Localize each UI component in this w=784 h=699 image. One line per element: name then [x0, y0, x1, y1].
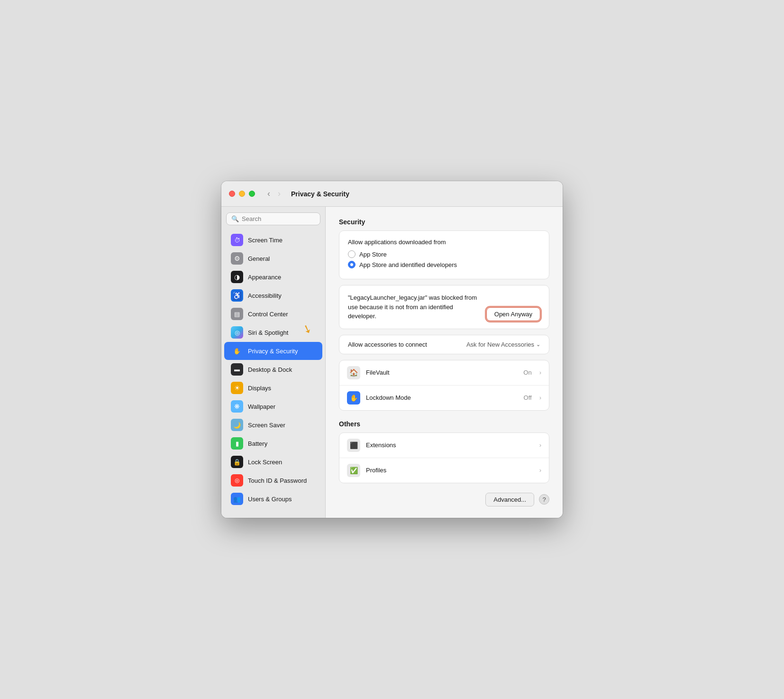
- back-button[interactable]: ‹: [264, 188, 273, 200]
- extensions-row[interactable]: ⬛ Extensions ›: [339, 433, 549, 458]
- titlebar: ‹ › Privacy & Security: [221, 181, 563, 207]
- accessories-row: Allow accessories to connect Ask for New…: [339, 335, 549, 354]
- traffic-lights: [229, 191, 255, 197]
- sidebar-item-users[interactable]: 👥 Users & Groups: [224, 490, 322, 508]
- sidebar-item-appearance[interactable]: ◑ Appearance: [224, 268, 322, 286]
- touch-id-icon: ◎: [231, 474, 243, 487]
- appearance-icon: ◑: [231, 271, 243, 283]
- filevault-icon: 🏠: [347, 366, 360, 379]
- lockdown-icon: ✋: [347, 391, 360, 405]
- sidebar-item-accessibility[interactable]: ♿ Accessibility: [224, 286, 322, 304]
- sidebar-item-wallpaper[interactable]: ❋ Wallpaper: [224, 397, 322, 415]
- profiles-row[interactable]: ✅ Profiles ›: [339, 458, 549, 483]
- sidebar-item-desktop[interactable]: ▬ Desktop & Dock: [224, 360, 322, 378]
- control-center-icon: ▤: [231, 308, 243, 320]
- sidebar-item-screen-saver[interactable]: 🌙 Screen Saver: [224, 416, 322, 434]
- sidebar-item-label: Screen Saver: [248, 422, 285, 429]
- filevault-label: FileVault: [366, 369, 518, 376]
- sidebar-item-label: Users & Groups: [248, 496, 292, 503]
- users-icon: 👥: [231, 493, 243, 505]
- desktop-icon: ▬: [231, 363, 243, 376]
- sidebar-item-label: Wallpaper: [248, 403, 275, 410]
- sidebar-item-lock-screen[interactable]: 🔒 Lock Screen: [224, 453, 322, 471]
- sidebar-item-displays[interactable]: ☀ Displays: [224, 379, 322, 397]
- general-icon: ⚙: [231, 252, 243, 265]
- sidebar-item-siri[interactable]: ◎ Siri & Spotlight ➘: [224, 323, 322, 341]
- privacy-icon: ✋: [231, 345, 243, 357]
- nav-buttons: ‹ ›: [264, 188, 283, 200]
- sidebar-item-label: Control Center: [248, 311, 288, 318]
- window-title: Privacy & Security: [291, 190, 349, 198]
- profiles-label: Profiles: [366, 467, 534, 474]
- security-list-card: 🏠 FileVault On › ✋ Lockdown Mode Off ›: [339, 360, 549, 411]
- forward-button[interactable]: ›: [275, 188, 283, 200]
- sidebar: 🔍 ⏱ Screen Time ⚙ General ◑ Appearance ♿…: [221, 207, 326, 518]
- open-anyway-button[interactable]: Open Anyway: [486, 307, 540, 321]
- security-section-title: Security: [339, 218, 549, 226]
- filevault-value: On: [523, 369, 531, 376]
- sidebar-item-label: Battery: [248, 440, 267, 447]
- extensions-label: Extensions: [366, 441, 534, 449]
- radio-app-store[interactable]: App Store: [348, 250, 540, 258]
- profiles-chevron-icon: ›: [539, 467, 541, 474]
- extensions-chevron-icon: ›: [539, 441, 541, 449]
- sidebar-item-battery[interactable]: ▮ Battery: [224, 434, 322, 452]
- lockdown-row[interactable]: ✋ Lockdown Mode Off ›: [339, 386, 549, 410]
- radio-developers-label: App Store and identified developers: [359, 261, 457, 268]
- help-button[interactable]: ?: [539, 494, 549, 505]
- sidebar-item-touch-id[interactable]: ◎ Touch ID & Password: [224, 471, 322, 489]
- radio-app-store-developers[interactable]: App Store and identified developers: [348, 261, 540, 268]
- allow-from-label: Allow applications downloaded from: [348, 239, 540, 246]
- displays-icon: ☀: [231, 382, 243, 394]
- accessibility-icon: ♿: [231, 289, 243, 302]
- sidebar-item-label: Appearance: [248, 274, 281, 281]
- close-button[interactable]: [229, 191, 235, 197]
- sidebar-item-general[interactable]: ⚙ General: [224, 249, 322, 267]
- others-section: Others ⬛ Extensions › ✅ Profiles ›: [339, 420, 549, 483]
- sidebar-item-label: Desktop & Dock: [248, 366, 292, 373]
- filevault-row[interactable]: 🏠 FileVault On ›: [339, 360, 549, 386]
- radio-developers-circle[interactable]: [348, 261, 356, 268]
- screen-saver-icon: 🌙: [231, 419, 243, 431]
- sidebar-item-privacy[interactable]: ✋ Privacy & Security: [224, 342, 322, 360]
- accessories-label: Allow accessories to connect: [348, 341, 427, 348]
- accessories-chevron-icon: ⌄: [536, 341, 540, 348]
- blocked-message: "LegacyLauncher_legacy.jar" was blocked …: [348, 293, 481, 321]
- search-bar[interactable]: 🔍: [226, 212, 320, 225]
- sidebar-item-label: Lock Screen: [248, 459, 282, 466]
- lockdown-chevron-icon: ›: [539, 394, 541, 401]
- others-list-card: ⬛ Extensions › ✅ Profiles ›: [339, 432, 549, 483]
- minimize-button[interactable]: [239, 191, 245, 197]
- sidebar-item-screen-time[interactable]: ⏱ Screen Time: [224, 231, 322, 249]
- search-input[interactable]: [242, 215, 315, 222]
- sidebar-item-label: Siri & Spotlight: [248, 329, 288, 336]
- siri-icon: ◎: [231, 326, 243, 339]
- lockdown-label: Lockdown Mode: [366, 394, 518, 401]
- battery-icon: ▮: [231, 437, 243, 450]
- advanced-button[interactable]: Advanced...: [485, 493, 534, 506]
- screen-time-icon: ⏱: [231, 234, 243, 246]
- blocked-app-card: "LegacyLauncher_legacy.jar" was blocked …: [339, 285, 549, 329]
- maximize-button[interactable]: [249, 191, 255, 197]
- search-icon: 🔍: [231, 215, 239, 222]
- sidebar-item-label: Accessibility: [248, 292, 282, 299]
- system-preferences-window: ‹ › Privacy & Security 🔍 ⏱ Screen Time ⚙…: [221, 181, 563, 518]
- sidebar-item-control-center[interactable]: ▤ Control Center: [224, 305, 322, 323]
- bottom-bar: Advanced... ?: [339, 489, 549, 506]
- wallpaper-icon: ❋: [231, 400, 243, 413]
- main-content: Security Allow applications downloaded f…: [326, 207, 563, 518]
- sidebar-item-label: Screen Time: [248, 237, 283, 244]
- accessories-value[interactable]: Ask for New Accessories ⌄: [466, 341, 540, 348]
- sidebar-item-label: Touch ID & Password: [248, 477, 307, 484]
- profiles-icon: ✅: [347, 464, 360, 477]
- sidebar-item-label: Displays: [248, 385, 271, 392]
- arrow-annotation: ➘: [301, 322, 314, 337]
- content-area: 🔍 ⏱ Screen Time ⚙ General ◑ Appearance ♿…: [221, 207, 563, 518]
- others-section-title: Others: [339, 420, 549, 428]
- radio-app-store-circle[interactable]: [348, 250, 356, 258]
- download-source-card: Allow applications downloaded from App S…: [339, 230, 549, 279]
- extensions-icon: ⬛: [347, 439, 360, 452]
- filevault-chevron-icon: ›: [539, 369, 541, 376]
- sidebar-item-label: Privacy & Security: [248, 348, 298, 355]
- lockdown-value: Off: [524, 394, 532, 401]
